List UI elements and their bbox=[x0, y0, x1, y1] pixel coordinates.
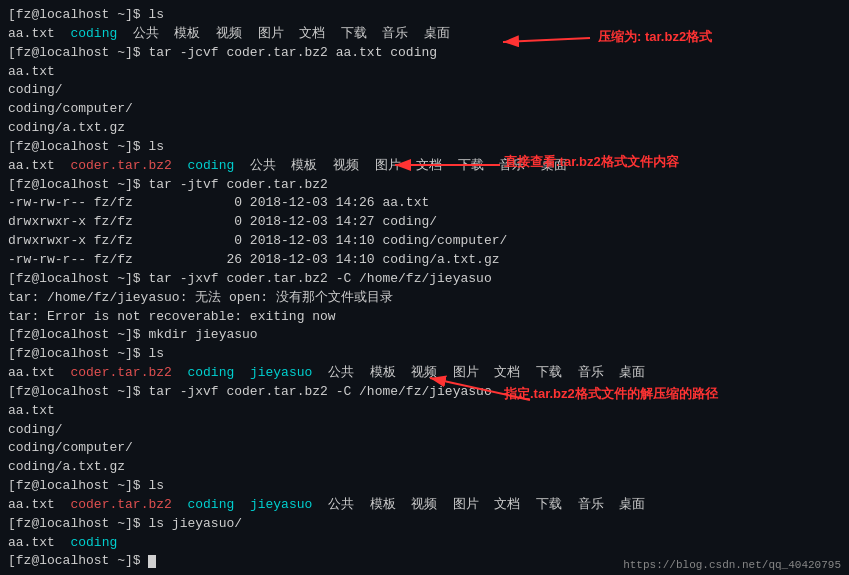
annotation-3: 指定.tar.bz2格式文件的解压缩的路径 bbox=[504, 385, 718, 403]
annotation-2: 直接查看.tar.bz2格式文件内容 bbox=[504, 153, 679, 171]
terminal-line-l23: coding/ bbox=[8, 421, 841, 440]
terminal-line-l16: tar: /home/fz/jieyasuo: 无法 open: 没有那个文件或… bbox=[8, 289, 841, 308]
terminal-line-l24: coding/computer/ bbox=[8, 439, 841, 458]
terminal-line-l1: [fz@localhost ~]$ ls bbox=[8, 6, 841, 25]
terminal-line-l10: [fz@localhost ~]$ tar -jtvf coder.tar.bz… bbox=[8, 176, 841, 195]
terminal-line-l7: coding/a.txt.gz bbox=[8, 119, 841, 138]
terminal-line-l29: aa.txt coding bbox=[8, 534, 841, 553]
terminal-line-l17: tar: Error is not recoverable: exiting n… bbox=[8, 308, 841, 327]
terminal-line-l19: [fz@localhost ~]$ ls bbox=[8, 345, 841, 364]
terminal-line-l28: [fz@localhost ~]$ ls jieyasuo/ bbox=[8, 515, 841, 534]
terminal-line-l27: aa.txt coder.tar.bz2 coding jieyasuo 公共 … bbox=[8, 496, 841, 515]
terminal-line-l11: -rw-rw-r-- fz/fz 0 2018-12-03 14:26 aa.t… bbox=[8, 194, 841, 213]
terminal-line-l20: aa.txt coder.tar.bz2 coding jieyasuo 公共 … bbox=[8, 364, 841, 383]
footer-url: https://blog.csdn.net/qq_40420795 bbox=[623, 559, 841, 571]
terminal-line-l4: aa.txt bbox=[8, 63, 841, 82]
terminal-line-l22: aa.txt bbox=[8, 402, 841, 421]
terminal-line-l15: [fz@localhost ~]$ tar -jxvf coder.tar.bz… bbox=[8, 270, 841, 289]
terminal-line-l25: coding/a.txt.gz bbox=[8, 458, 841, 477]
terminal-line-l12: drwxrwxr-x fz/fz 0 2018-12-03 14:27 codi… bbox=[8, 213, 841, 232]
cursor bbox=[148, 555, 156, 568]
terminal-line-l2: aa.txt coding 公共 模板 视频 图片 文档 下载 音乐 桌面 bbox=[8, 25, 841, 44]
terminal-line-l5: coding/ bbox=[8, 81, 841, 100]
terminal-line-l14: -rw-rw-r-- fz/fz 26 2018-12-03 14:10 cod… bbox=[8, 251, 841, 270]
terminal-line-l8: [fz@localhost ~]$ ls bbox=[8, 138, 841, 157]
annotation-1: 压缩为: tar.bz2格式 bbox=[598, 28, 712, 46]
terminal-line-l13: drwxrwxr-x fz/fz 0 2018-12-03 14:10 codi… bbox=[8, 232, 841, 251]
terminal-line-l26: [fz@localhost ~]$ ls bbox=[8, 477, 841, 496]
terminal-line-l3: [fz@localhost ~]$ tar -jcvf coder.tar.bz… bbox=[8, 44, 841, 63]
terminal: [fz@localhost ~]$ lsaa.txt coding 公共 模板 … bbox=[0, 0, 849, 575]
terminal-line-l9: aa.txt coder.tar.bz2 coding 公共 模板 视频 图片 … bbox=[8, 157, 841, 176]
terminal-line-l18: [fz@localhost ~]$ mkdir jieyasuo bbox=[8, 326, 841, 345]
terminal-line-l6: coding/computer/ bbox=[8, 100, 841, 119]
